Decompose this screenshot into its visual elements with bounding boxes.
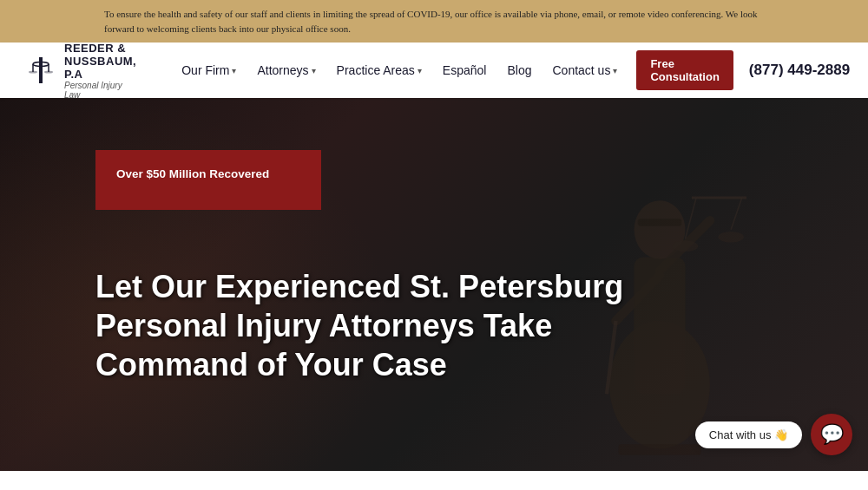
chevron-down-icon: ▾ [418,66,422,75]
firm-name: REEDER & NUSSBAUM, P.A [64,42,138,81]
nav-item-blog[interactable]: Blog [498,58,540,82]
hero-section: Over $50 Million Recovered Let Our Exper… [0,98,868,471]
svg-point-15 [718,232,743,243]
chat-bubble-text: Chat with us 👋 [709,428,788,441]
svg-rect-9 [638,219,682,225]
svg-point-5 [44,71,53,74]
free-consultation-button[interactable]: Free Consultation [636,50,733,90]
svg-point-13 [673,240,698,252]
nav-item-our-firm[interactable]: Our Firm ▾ [173,58,245,82]
hero-subtitle: Over $50 Million Recovered [116,167,300,180]
hero-content-box: Over $50 Million Recovered [95,150,321,210]
nav-links: Our Firm ▾ Attorneys ▾ Practice Areas ▾ … [173,50,850,90]
chat-widget: Chat with us 👋 💬 [695,414,852,455]
navbar: REEDER & NUSSBAUM, P.A Personal Injury L… [0,42,868,98]
firm-tagline: Personal Injury Law [64,81,138,100]
svg-rect-0 [39,57,43,83]
svg-rect-18 [619,444,701,455]
hero-headline: Let Our Experienced St. Petersburg Perso… [95,267,642,384]
chat-icon: 💬 [820,423,844,446]
svg-point-4 [29,71,37,74]
chevron-down-icon: ▾ [312,66,316,75]
nav-item-espanol[interactable]: Español [434,58,496,82]
announcement-text: To ensure the health and safety of our s… [104,9,758,34]
chevron-down-icon: ▾ [613,66,617,75]
logo-text: REEDER & NUSSBAUM, P.A Personal Injury L… [64,42,138,100]
chevron-down-icon: ▾ [232,66,236,75]
nav-item-contact[interactable]: Contact us ▾ [543,58,626,82]
nav-item-attorneys[interactable]: Attorneys ▾ [248,58,324,82]
logo-link[interactable]: REEDER & NUSSBAUM, P.A Personal Injury L… [26,42,138,100]
announcement-bar: To ensure the health and safety of our s… [0,0,868,42]
chat-bubble[interactable]: Chat with us 👋 [695,421,802,448]
logo-icon [26,55,56,86]
chat-button[interactable]: 💬 [811,414,852,455]
nav-item-practice-areas[interactable]: Practice Areas ▾ [328,58,431,82]
svg-line-14 [731,198,742,230]
phone-number[interactable]: (877) 449-2889 [749,62,850,79]
